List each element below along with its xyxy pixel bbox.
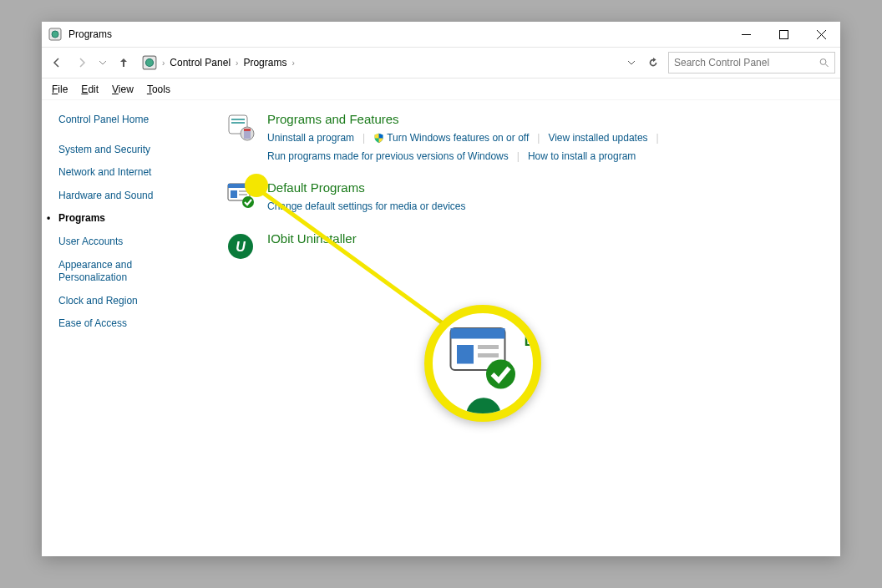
shield-icon xyxy=(373,133,384,144)
breadcrumb-dropdown[interactable] xyxy=(625,53,638,73)
svg-rect-14 xyxy=(244,129,251,131)
sidebar: Control Panel Home System and Security N… xyxy=(42,100,209,556)
menu-edit[interactable]: Edit xyxy=(81,84,99,95)
window-title: Programs xyxy=(68,28,727,40)
svg-rect-12 xyxy=(231,122,245,124)
default-programs-title[interactable]: Default Programs xyxy=(267,180,824,195)
sidebar-item-system[interactable]: System and Security xyxy=(58,144,202,157)
minimize-button[interactable] xyxy=(727,22,765,47)
menu-bar: File Edit View Tools xyxy=(42,79,840,100)
up-button[interactable] xyxy=(114,53,134,73)
breadcrumb[interactable]: › Control Panel › Programs › xyxy=(139,55,620,70)
control-panel-folder-icon xyxy=(142,55,157,70)
search-icon xyxy=(819,58,829,68)
default-programs-icon xyxy=(226,180,256,210)
breadcrumb-programs[interactable]: Programs xyxy=(243,57,286,68)
menu-tools[interactable]: Tools xyxy=(147,84,170,95)
control-panel-icon xyxy=(48,28,62,41)
sidebar-item-appearance[interactable]: Appearance and Personalization xyxy=(58,259,202,285)
svg-text:U: U xyxy=(236,240,246,254)
forward-button[interactable] xyxy=(72,53,92,73)
breadcrumb-separator: › xyxy=(291,58,294,68)
svg-rect-17 xyxy=(231,190,237,198)
recent-locations-dropdown[interactable] xyxy=(97,53,109,73)
programs-features-title[interactable]: Programs and Features xyxy=(267,112,824,126)
content-area: Control Panel Home System and Security N… xyxy=(42,100,840,556)
breadcrumb-control-panel[interactable]: Control Panel xyxy=(170,57,231,68)
link-run-previous[interactable]: Run programs made for previous versions … xyxy=(267,148,509,166)
sidebar-item-home[interactable]: Control Panel Home xyxy=(58,114,202,127)
sidebar-item-clock[interactable]: Clock and Region xyxy=(58,295,202,308)
menu-file[interactable]: File xyxy=(52,84,68,95)
titlebar: Programs xyxy=(42,22,840,47)
svg-point-20 xyxy=(242,196,254,208)
main-panel: Programs and Features Uninstall a progra… xyxy=(209,100,840,556)
svg-point-1 xyxy=(52,31,58,38)
sidebar-item-hardware[interactable]: Hardware and Sound xyxy=(58,190,202,203)
svg-rect-16 xyxy=(228,184,250,188)
iobit-icon: U xyxy=(226,231,256,261)
programs-features-icon xyxy=(226,112,256,142)
menu-view[interactable]: View xyxy=(112,84,134,95)
back-button[interactable] xyxy=(47,53,67,73)
category-iobit: U IObit Uninstaller xyxy=(226,231,824,261)
breadcrumb-separator: › xyxy=(162,58,165,68)
link-how-install[interactable]: How to install a program xyxy=(528,148,636,166)
maximize-button[interactable] xyxy=(765,22,803,47)
link-windows-features[interactable]: Turn Windows features on or off xyxy=(387,129,529,148)
svg-line-9 xyxy=(825,64,828,67)
search-box[interactable] xyxy=(668,52,835,74)
close-button[interactable] xyxy=(803,22,840,47)
svg-rect-19 xyxy=(239,194,247,195)
link-view-updates[interactable]: View installed updates xyxy=(548,129,647,148)
svg-rect-18 xyxy=(239,190,247,192)
breadcrumb-separator: › xyxy=(236,58,238,68)
sidebar-item-ease[interactable]: Ease of Access xyxy=(58,317,202,331)
control-panel-window: Programs › Control Panel › Progra xyxy=(42,22,840,556)
sidebar-item-network[interactable]: Network and Internet xyxy=(58,166,202,180)
search-input[interactable] xyxy=(674,57,819,68)
sidebar-item-programs[interactable]: Programs xyxy=(58,212,202,226)
svg-rect-3 xyxy=(780,30,788,38)
link-change-defaults[interactable]: Change default settings for media or dev… xyxy=(267,198,465,216)
link-uninstall-program[interactable]: Uninstall a program xyxy=(267,129,354,148)
svg-point-8 xyxy=(820,58,826,64)
category-programs-features: Programs and Features Uninstall a progra… xyxy=(226,112,824,165)
sidebar-item-users[interactable]: User Accounts xyxy=(58,236,202,249)
svg-point-7 xyxy=(146,59,154,67)
category-default-programs: Default Programs Change default settings… xyxy=(226,180,824,216)
navigation-bar: › Control Panel › Programs › xyxy=(42,47,840,79)
svg-rect-11 xyxy=(231,119,245,120)
refresh-button[interactable] xyxy=(643,53,663,73)
iobit-title[interactable]: IObit Uninstaller xyxy=(267,231,824,246)
